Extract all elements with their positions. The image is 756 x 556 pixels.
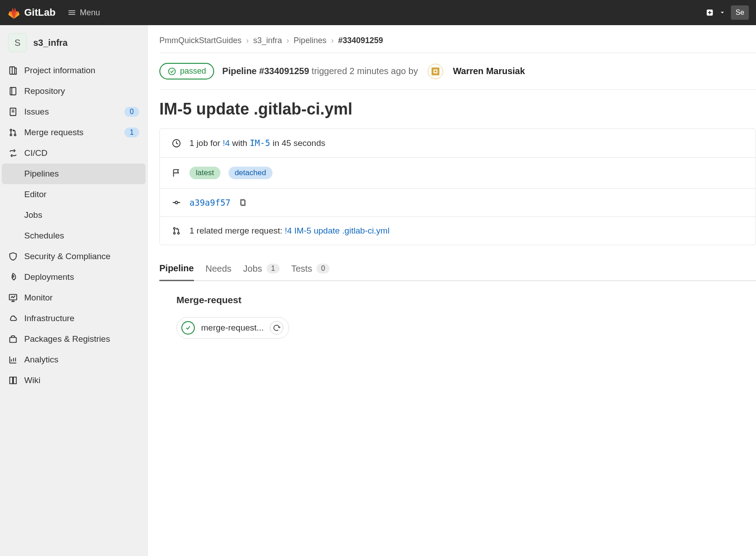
sidebar-item-cicd[interactable]: CI/CD [0,143,147,163]
deployments-icon [8,272,18,282]
sidebar-item-analytics[interactable]: Analytics [0,349,147,370]
sidebar-item-infrastructure[interactable]: Infrastructure [0,308,147,329]
status-passed-pill: passed [159,63,214,79]
nav-label: Security & Compliance [24,252,139,261]
breadcrumb-group[interactable]: PmmQuickStartGuides [159,36,242,45]
commit-icon [171,198,181,207]
tests-count-badge: 0 [316,264,330,274]
project-header[interactable]: S s3_infra [0,31,147,60]
nav-label: Deployments [24,272,139,282]
tab-tests[interactable]: Tests 0 [291,257,330,280]
tab-pipeline[interactable]: Pipeline [159,257,194,281]
check-circle-icon [181,321,195,335]
breadcrumb-pipelines[interactable]: Pipelines [294,36,326,45]
svg-point-15 [175,201,178,204]
sidebar-subitem-editor[interactable]: Editor [0,184,147,205]
breadcrumb: PmmQuickStartGuides › s3_infra › Pipelin… [159,36,756,53]
job-retry-button[interactable] [270,321,283,335]
pipeline-status-row: passed Pipeline #334091259 triggered 2 m… [159,53,756,90]
tabs: Pipeline Needs Jobs 1 Tests 0 [159,257,756,281]
pipeline-label: Pipeline [222,66,259,76]
mr-reference-link[interactable]: !4 [223,138,230,148]
svg-point-5 [10,134,12,136]
jobs-with: with [230,138,250,148]
repository-icon [8,86,18,96]
chevron-down-icon [719,9,725,16]
nav-label: Issues [24,107,118,117]
sidebar-item-repository[interactable]: Repository [0,81,147,101]
clipboard-icon [239,199,247,207]
job-name: merge-request... [201,323,264,333]
chevron-right-icon: › [286,36,289,45]
sidebar-item-wiki[interactable]: Wiki [0,370,147,391]
pipeline-info-card: 1 job for !4 with IM-5 in 45 seconds lat… [159,128,756,245]
user-avatar[interactable] [428,64,443,79]
project-name: s3_infra [33,38,68,48]
create-new-button[interactable] [706,9,714,17]
main-content: PmmQuickStartGuides › s3_infra › Pipelin… [148,25,756,556]
infrastructure-icon [8,313,18,323]
packages-icon [8,334,18,344]
breadcrumb-project[interactable]: s3_infra [253,36,282,45]
sidebar-item-packages[interactable]: Packages & Registries [0,329,147,349]
check-circle-icon [167,67,176,76]
tab-jobs[interactable]: Jobs 1 [243,257,280,280]
sidebar-subitem-pipelines[interactable]: Pipelines [2,163,145,184]
monitor-icon [8,293,18,303]
sidebar: S s3_infra Project information Repositor… [0,25,148,556]
sidebar-item-project-information[interactable]: Project information [0,60,147,81]
sidebar-item-merge-requests[interactable]: Merge requests 1 [0,122,147,143]
svg-point-6 [14,134,16,136]
commit-sha-link[interactable]: a39a9f57 [189,198,231,207]
top-header: GitLab Menu Se [0,0,756,25]
search-placeholder-text: Se [735,9,744,16]
tag-detached: detached [229,167,273,179]
analytics-icon [8,355,18,365]
merge-request-icon [171,226,181,236]
svg-point-19 [174,233,176,234]
gitlab-logo-icon [7,6,21,19]
menu-button[interactable]: Menu [63,5,105,20]
pipeline-id: #334091259 [259,66,309,76]
nav-label: CI/CD [24,148,139,158]
page-title: IM-5 update .gitlab-ci.yml [159,90,756,128]
create-new-dropdown[interactable] [719,9,725,16]
chevron-right-icon: › [331,36,334,45]
sidebar-subitem-jobs[interactable]: Jobs [0,205,147,225]
svg-rect-2 [10,88,16,95]
stage-area: Merge-request merge-request... [159,281,756,352]
tab-needs[interactable]: Needs [206,257,232,280]
nav-label: Repository [24,86,139,96]
issues-count-badge: 0 [124,107,139,117]
nav-label: Infrastructure [24,313,139,323]
related-mr-prefix: 1 related merge request: [189,226,285,235]
sidebar-item-deployments[interactable]: Deployments [0,267,147,287]
related-mr-link[interactable]: !4 IM-5 update .gitlab-ci.yml [285,226,389,235]
sidebar-item-issues[interactable]: Issues 0 [0,101,147,122]
copy-sha-button[interactable] [239,199,247,207]
nav-label: Packages & Registries [24,334,139,344]
wiki-icon [8,375,18,385]
user-name[interactable]: Warren Marusiak [453,66,525,76]
svg-point-7 [12,275,14,277]
branch-link[interactable]: IM-5 [250,138,270,148]
info-row-related-mr: 1 related merge request: !4 IM-5 update … [160,217,756,245]
plus-box-icon [706,9,714,17]
gitlab-logo[interactable]: GitLab [7,6,56,19]
sidebar-item-security[interactable]: Security & Compliance [0,246,147,267]
sidebar-subitem-schedules[interactable]: Schedules [0,225,147,246]
svg-rect-9 [10,337,17,342]
nav-label: Analytics [24,355,139,365]
search-input[interactable]: Se [731,5,749,20]
shield-icon [8,252,18,261]
sidebar-item-monitor[interactable]: Monitor [0,287,147,308]
stage-title: Merge-request [176,295,739,305]
nav-label: Monitor [24,293,139,303]
svg-point-4 [10,129,12,131]
status-text: passed [180,66,206,76]
job-pill[interactable]: merge-request... [176,317,289,339]
chevron-right-icon: › [246,36,249,45]
info-row-jobs: 1 job for !4 with IM-5 in 45 seconds [160,129,756,158]
svg-point-10 [169,68,176,75]
svg-point-20 [178,233,180,234]
